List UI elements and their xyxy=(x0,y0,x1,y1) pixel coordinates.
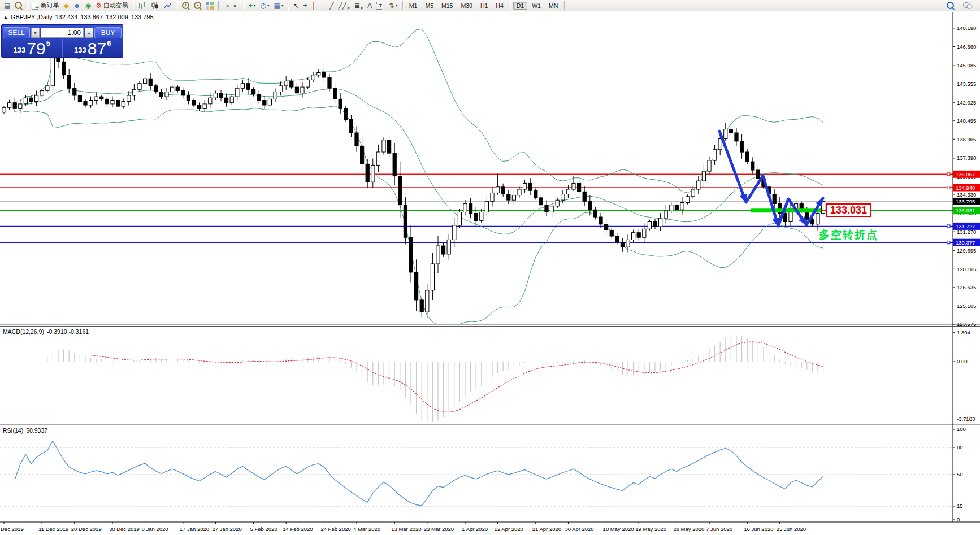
cursor-button[interactable]: ↖ xyxy=(291,1,300,11)
text-label-button[interactable]: T xyxy=(375,1,386,11)
candle-body xyxy=(219,93,223,98)
open-value: 132.434 xyxy=(55,14,77,20)
svg-text:-3.7183: -3.7183 xyxy=(957,416,975,422)
candle-body xyxy=(729,129,732,133)
timeframe-mn[interactable]: MN xyxy=(545,2,561,10)
buy-price-big: 87 xyxy=(88,41,106,56)
history-center-icon[interactable]: ◆ xyxy=(62,1,71,11)
candle-body xyxy=(203,104,206,109)
arrows-button[interactable]: ⇅▾ xyxy=(387,1,400,11)
timeframe-m15[interactable]: M15 xyxy=(438,2,456,10)
chart-shift-button[interactable]: ⇤ xyxy=(232,1,241,11)
candle-body xyxy=(653,222,657,227)
sell-button[interactable]: SELL xyxy=(3,27,30,38)
zoom-out-button[interactable]: - xyxy=(192,1,203,11)
candle-chart-button[interactable] xyxy=(149,1,161,11)
sell-price[interactable]: 133 79 5 xyxy=(2,39,63,57)
toolbar-separator xyxy=(133,1,133,10)
charts-list-icon[interactable]: ▤ xyxy=(2,1,12,11)
candle-body xyxy=(480,212,483,221)
fibonacci-button[interactable]: ≣F xyxy=(353,1,365,11)
chat-icon[interactable] xyxy=(961,1,974,11)
price-annotation-box[interactable]: 133.031 xyxy=(826,203,871,217)
svg-text:100: 100 xyxy=(957,426,966,432)
signal-icon[interactable]: ◉ xyxy=(84,1,93,11)
candle-body xyxy=(2,107,6,112)
macd-label: MACD(12,26,9)-0.3910 -0.3161 xyxy=(3,328,92,335)
pane-separators[interactable] xyxy=(0,325,980,424)
line-anchor[interactable] xyxy=(947,241,950,244)
chart-area[interactable]: 148.190146.660145.085143.555142.025140.4… xyxy=(0,0,980,535)
timeframe-h4[interactable]: H4 xyxy=(492,2,506,10)
candle-body xyxy=(545,205,548,212)
trendline-button[interactable]: ╱ xyxy=(328,1,336,11)
line-chart-button[interactable] xyxy=(162,1,174,11)
timeframe-h1[interactable]: H1 xyxy=(477,2,491,10)
tile-windows-button[interactable] xyxy=(204,1,215,11)
candle-body xyxy=(171,87,174,92)
price-axis[interactable]: 148.190146.660145.085143.555142.025140.4… xyxy=(953,25,980,523)
period-button[interactable]: ◷▾ xyxy=(259,1,271,11)
autotrading-button[interactable]: ⚙自动交易 xyxy=(94,1,130,11)
candle-body xyxy=(236,88,239,97)
svg-text:17 Jan 2020: 17 Jan 2020 xyxy=(180,526,209,532)
timeframe-m5[interactable]: M5 xyxy=(422,2,437,10)
candle-body xyxy=(463,204,467,212)
toolbar-separator xyxy=(402,1,403,10)
timeframe-d1[interactable]: D1 xyxy=(513,2,527,10)
template-button[interactable]: ▦▾ xyxy=(272,1,285,11)
line-anchor[interactable] xyxy=(947,186,950,189)
candle-body xyxy=(376,152,380,165)
auto-scroll-button[interactable]: ⇥ xyxy=(222,1,231,11)
svg-text:129.695: 129.695 xyxy=(957,247,976,254)
line-anchor[interactable] xyxy=(947,173,950,176)
candle-body xyxy=(415,272,418,300)
time-axis[interactable]: Dec 201911 Dec 201920 Dec 201930 Dec 201… xyxy=(1,522,806,532)
indicators-button[interactable]: +▾ xyxy=(247,1,258,11)
preview-icon[interactable] xyxy=(13,1,24,11)
candle-body xyxy=(659,218,662,227)
collapse-panel-icon[interactable]: ▲ xyxy=(3,15,8,20)
candle-body xyxy=(8,103,11,108)
turning-point-text[interactable]: 多空转折点 xyxy=(819,228,878,242)
vline-button[interactable]: │ xyxy=(310,1,318,11)
candle-body xyxy=(458,212,461,225)
candle-body xyxy=(40,90,44,95)
volume-down-button[interactable]: ▼ xyxy=(31,28,40,38)
candle-body xyxy=(485,201,488,212)
crosshair-button[interactable]: + xyxy=(301,1,309,11)
line-anchor[interactable] xyxy=(947,225,950,228)
support-icon[interactable]: ☻ xyxy=(72,1,83,11)
svg-text:14 Feb 2020: 14 Feb 2020 xyxy=(283,526,313,532)
timeframe-w1[interactable]: W1 xyxy=(528,2,544,10)
candle-body xyxy=(593,210,597,217)
volume-up-button[interactable]: ▲ xyxy=(85,28,93,38)
volume-input[interactable] xyxy=(41,28,84,38)
hline-button[interactable]: ─ xyxy=(319,1,327,11)
candle-body xyxy=(474,214,478,221)
svg-text:1 Apr 2020: 1 Apr 2020 xyxy=(462,526,488,532)
buy-button[interactable]: BUY xyxy=(94,27,122,38)
svg-text:148.190: 148.190 xyxy=(957,25,976,31)
buy-price[interactable]: 133 87 6 xyxy=(63,39,123,57)
zoom-in-button[interactable]: + xyxy=(180,1,191,11)
channel-button[interactable]: ╱╱E xyxy=(337,1,352,11)
new-order-button[interactable]: +新订单 xyxy=(30,1,60,11)
toolbar-separator xyxy=(218,1,219,10)
timeframe-m1[interactable]: M1 xyxy=(406,2,421,10)
candle-body xyxy=(349,120,353,133)
zigzag-arrows[interactable] xyxy=(719,131,827,228)
candle-body xyxy=(382,140,385,152)
bar-chart-button[interactable] xyxy=(136,1,148,11)
candle-body xyxy=(78,95,81,102)
search-icon[interactable] xyxy=(945,1,956,11)
text-button[interactable]: A xyxy=(366,1,374,11)
candle-body xyxy=(810,219,814,224)
candle-body xyxy=(393,153,396,176)
sell-price-big: 79 xyxy=(27,41,45,56)
candle-body xyxy=(165,92,168,97)
timeframe-m30[interactable]: M30 xyxy=(457,2,475,10)
candle-body xyxy=(583,192,586,201)
svg-text:140.495: 140.495 xyxy=(957,118,976,124)
candle-body xyxy=(708,160,711,171)
